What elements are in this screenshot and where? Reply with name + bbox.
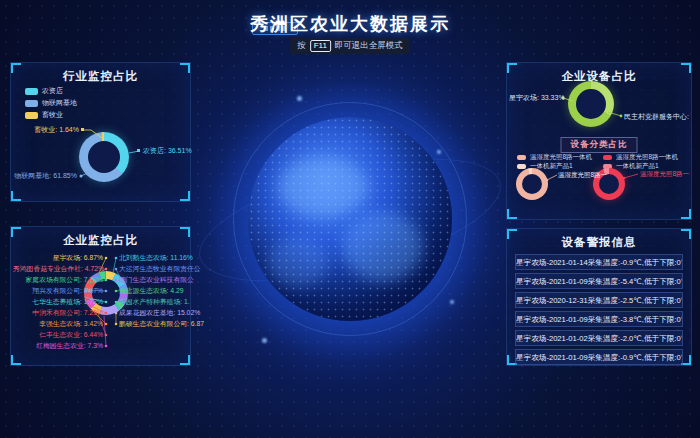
glow-particle: [262, 338, 267, 343]
hint-prefix: 按: [297, 40, 306, 52]
panel-title: 设备警报信息: [507, 235, 691, 250]
globe-landmass: [343, 212, 423, 282]
legend-item[interactable]: 物联网基地: [25, 99, 77, 107]
legend-item[interactable]: 畜牧业: [25, 111, 63, 119]
enterprise-label: 丰园水产特种养殖场: 1.: [119, 298, 190, 306]
industry-donut-chart[interactable]: [79, 132, 129, 182]
alarm-row: 星宇农场-2021-01-09采集温度:-3.8℃,低于下限:0℃: [515, 311, 683, 327]
hint-suffix: 即可退出全屏模式: [335, 40, 403, 52]
legend-swatch: [603, 155, 612, 160]
panel-enterprise-monitoring: 企业监控占比 星宇农场: 6.87% 秀鸿图香菇专业合作社: 4.72% 家庭农…: [10, 226, 191, 366]
legend-label: 温湿度光照8路一体机: [530, 153, 592, 161]
enterprise-label: 成果花园农庄基地: 15.02%: [119, 309, 200, 317]
globe-orbit-ellipse: [188, 134, 513, 306]
device-label-right: 民主村党群服务中心:: [624, 113, 689, 121]
classification-subtitle: 设备分类占比: [561, 137, 638, 153]
panel-title: 行业监控占比: [11, 69, 190, 84]
enterprise-label: 星宇农场: 6.87%: [13, 254, 103, 262]
classification-callout-right: 温湿度光照8路一: [640, 170, 689, 178]
legend-item[interactable]: 温湿度光照8路一体机: [603, 153, 678, 161]
alarm-row: 星宇农场-2021-01-09采集温度:-0.9℃,低于下限:0℃: [515, 349, 683, 365]
enterprise-label: 鹏硕生态农业有限公司: 6.87: [119, 320, 204, 328]
enterprise-label: 家庭农场有限公司: 7.72%: [13, 276, 103, 284]
globe-dot-texture: [248, 117, 452, 321]
enterprise-label: 北刘鹅生态农场: 11.16%: [119, 254, 193, 262]
enterprise-label: 翔兴发有限公司: 6.87%: [13, 287, 103, 295]
callout-livestock: 畜牧业: 1.64%: [15, 126, 79, 134]
legend-swatch: [517, 164, 526, 169]
enterprise-label: 中润禾有限公司: 7.29%: [13, 309, 103, 317]
globe-orbit-ring: [233, 102, 467, 336]
f11-key-badge: F11: [310, 40, 331, 52]
glow-particle: [450, 300, 454, 304]
enterprise-label: 仁丰生态农业: 6.44%: [13, 331, 103, 339]
legend-label: 物联网基地: [42, 99, 77, 107]
legend-swatch: [25, 100, 38, 107]
globe-landmass: [278, 157, 368, 217]
legend-label: 一体机新产品1: [616, 162, 659, 170]
globe-glow: [210, 82, 490, 362]
alarm-row: 星宇农场-2021-01-02采集温度:-2.0℃,低于下限:0℃: [515, 330, 683, 346]
legend-swatch: [517, 155, 526, 160]
alarm-row: 星宇农场-2020-12-31采集温度:-2.5℃,低于下限:0℃: [515, 292, 683, 308]
enterprise-label: 红梅园生态农业: 7.3%: [13, 342, 103, 350]
fullscreen-hint: 按 F11 即可退出全屏模式: [290, 38, 410, 54]
dashboard: 秀洲区农业大数据展示 按 F11 即可退出全屏模式 行业监控占比 农资店 物联网…: [0, 0, 700, 438]
globe-landmass: [268, 237, 328, 287]
enterprise-label: 大运河生态牧业有限责任公: [119, 265, 201, 273]
callout-store: 农资店: 36.51%: [143, 147, 192, 155]
legend-label: 温湿度光照8路一体机: [616, 153, 678, 161]
enterprise-label: 李强生态农场: 3.42%: [13, 320, 103, 328]
legend-swatch: [25, 88, 38, 95]
glow-particle: [297, 96, 302, 101]
legend-item[interactable]: 农资店: [25, 87, 63, 95]
page-title: 秀洲区农业大数据展示: [0, 12, 700, 36]
enterprise-label: 海盐源生态农场: 4.29: [119, 287, 184, 295]
glow-particle: [437, 150, 441, 154]
alarm-row: 星宇农场-2021-01-14采集温度:-0.9℃,低于下限:0℃: [515, 254, 683, 270]
alarm-row: 星宇农场-2021-01-09采集温度:-5.4℃,低于下限:0℃: [515, 273, 683, 289]
classification-donut-left[interactable]: [516, 168, 548, 200]
callout-iot: 物联网基地: 61.85%: [13, 172, 77, 180]
device-donut-chart[interactable]: [568, 81, 614, 127]
enterprise-label: 七华生态养殖场: 1.72%: [13, 298, 103, 306]
panel-title: 企业监控占比: [11, 233, 190, 248]
enterprise-label: 陶门生态农业科技有限公: [119, 276, 194, 284]
panel-device-ratio: 企业设备占比 星宇农场: 33.33% 民主村党群服务中心: 设备分类占比 温湿…: [506, 62, 692, 220]
legend-item[interactable]: 温湿度光照8路一体机: [517, 153, 592, 161]
device-label-left: 星宇农场: 33.33%: [509, 94, 561, 102]
legend-swatch: [25, 112, 38, 119]
panel-industry-monitoring: 行业监控占比 农资店 物联网基地 畜牧业 畜牧业: 1.64% 农资店: 36.…: [10, 62, 191, 202]
classification-callout-left: 温湿度光照8路一: [558, 171, 607, 179]
globe[interactable]: [248, 117, 452, 321]
panel-device-alarms: 设备警报信息 星宇农场-2021-01-14采集温度:-0.9℃,低于下限:0℃…: [506, 228, 692, 366]
legend-label: 农资店: [42, 87, 63, 95]
enterprise-label: 秀鸿图香菇专业合作社: 4.72%: [13, 265, 103, 273]
legend-label: 畜牧业: [42, 111, 63, 119]
